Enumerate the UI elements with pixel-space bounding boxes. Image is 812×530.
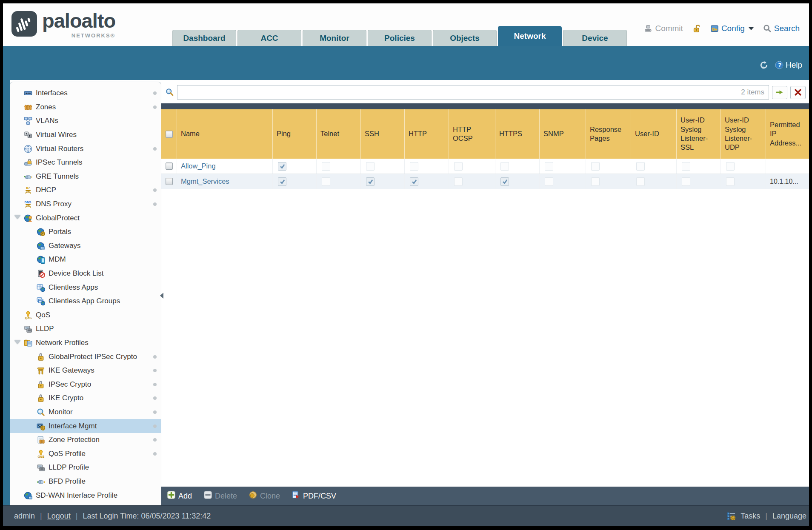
sidebar-item-lldp-profile[interactable]: LLDP Profile (10, 461, 161, 475)
service-checkbox-unchecked[interactable] (545, 162, 553, 171)
sidebar-item-ike-crypto[interactable]: IKE Crypto (10, 391, 161, 405)
service-checkbox-unchecked[interactable] (322, 162, 330, 171)
logout-link[interactable]: Logout (47, 512, 71, 521)
clear-filter-button[interactable] (790, 86, 806, 99)
sidebar-item-globalprotect-ipsec-crypto[interactable]: GlobalProtect IPSec Crypto (10, 350, 161, 364)
sidebar-item-ike-gateways[interactable]: IKE Gateways (10, 364, 161, 378)
column-header-http-ocsp[interactable]: HTTP OCSP (449, 109, 495, 159)
row-checkbox[interactable] (166, 162, 173, 170)
sidebar-item-clientless-app-groups[interactable]: Clientless App Groups (10, 294, 161, 308)
commit-button[interactable]: Commit (644, 24, 683, 33)
column-header-response-pages[interactable]: Response Pages (586, 109, 631, 159)
column-header-user-id[interactable]: User-ID (631, 109, 677, 159)
sidebar-item-gre-tunnels[interactable]: GRE Tunnels (10, 170, 161, 184)
language-button[interactable]: Language (772, 512, 806, 521)
service-checkbox-unchecked[interactable] (636, 162, 645, 171)
sidebar-item-dhcp[interactable]: IPDHCP (10, 183, 161, 197)
service-checkbox-checked[interactable] (278, 177, 286, 186)
column-header-name[interactable]: Name (177, 109, 273, 159)
tab-device[interactable]: Device (563, 30, 627, 46)
tab-policies[interactable]: Policies (368, 30, 432, 46)
expand-collapse-icon[interactable] (14, 340, 20, 344)
sidebar-item-zones[interactable]: Zones (10, 100, 161, 114)
apply-filter-button[interactable] (772, 86, 787, 99)
column-header-ping[interactable]: Ping (273, 109, 317, 159)
refresh-icon[interactable] (760, 61, 768, 69)
tasks-button[interactable]: Tasks (741, 512, 760, 521)
column-header-user-id-syslog-listener-ssl[interactable]: User-ID Syslog Listener-SSL (677, 109, 721, 159)
service-checkbox-unchecked[interactable] (726, 162, 735, 171)
service-checkbox-checked[interactable] (366, 177, 375, 186)
sidebar-item-mdm[interactable]: MDM (10, 253, 161, 267)
service-checkbox-checked[interactable] (410, 177, 418, 186)
row-checkbox[interactable] (166, 178, 173, 185)
sidebar-item-zone-protection[interactable]: Zone Protection (10, 433, 161, 447)
service-checkbox-unchecked[interactable] (366, 162, 375, 171)
service-checkbox-checked[interactable] (278, 162, 286, 171)
sidebar-item-interfaces[interactable]: Interfaces (10, 86, 161, 100)
search-button[interactable]: Search (763, 24, 800, 33)
sidebar-item-monitor[interactable]: Monitor (10, 405, 161, 419)
clone-button[interactable]: Clone (249, 491, 280, 501)
expand-collapse-icon[interactable] (14, 215, 20, 219)
filter-search-icon[interactable] (166, 88, 174, 97)
tab-network[interactable]: Network (498, 26, 562, 46)
sidebar-item-vlans[interactable]: VLANs (10, 114, 161, 128)
service-checkbox-unchecked[interactable] (591, 162, 600, 171)
sidebar-item-lldp[interactable]: LLDP (10, 322, 161, 336)
column-header-user-id-syslog-listener-udp[interactable]: User-ID Syslog Listener-UDP (721, 109, 766, 159)
sidebar-item-dns-proxy[interactable]: DNSDNS Proxy (10, 197, 161, 211)
service-checkbox-unchecked[interactable] (322, 177, 330, 186)
device-block-list-icon (37, 269, 45, 278)
service-checkbox-unchecked[interactable] (636, 177, 645, 186)
service-checkbox-unchecked[interactable] (591, 177, 600, 186)
column-header-telnet[interactable]: Telnet (317, 109, 361, 159)
tab-objects[interactable]: Objects (433, 30, 497, 46)
filter-search-input[interactable]: 2 items (177, 85, 769, 100)
service-checkbox-unchecked[interactable] (500, 162, 509, 171)
tab-monitor[interactable]: Monitor (303, 30, 366, 46)
service-checkbox-unchecked[interactable] (454, 177, 463, 186)
sidebar-item-gateways[interactable]: Gateways (10, 239, 161, 253)
column-header-snmp[interactable]: SNMP (540, 109, 586, 159)
profile-name-link[interactable]: Allow_Ping (181, 162, 216, 170)
tab-dashboard[interactable]: Dashboard (172, 30, 236, 46)
service-checkbox-checked[interactable] (500, 177, 509, 186)
sidebar-item-interface-mgmt[interactable]: Interface Mgmt (10, 419, 161, 433)
service-checkbox-unchecked[interactable] (410, 162, 418, 171)
tab-acc[interactable]: ACC (237, 30, 301, 46)
config-menu-button[interactable]: Config (710, 24, 754, 33)
sidebar-collapse-handle[interactable] (160, 293, 163, 299)
service-checkbox-unchecked[interactable] (545, 177, 553, 186)
column-header-http[interactable]: HTTP (405, 109, 449, 159)
profile-name-link[interactable]: Mgmt_Services (181, 177, 229, 185)
lock-icon[interactable] (692, 24, 701, 33)
sidebar-item-ipsec-tunnels[interactable]: IPSec Tunnels (10, 156, 161, 170)
pdf-csv-button[interactable]: PDF/CSV (292, 491, 336, 501)
qos-icon: QoS (24, 311, 32, 319)
sidebar-item-portals[interactable]: Portals (10, 225, 161, 239)
sidebar-item-qos-profile[interactable]: QoSQoS Profile (10, 447, 161, 461)
column-header-permitted-ip-address-[interactable]: Permitted IP Address... (766, 109, 809, 159)
column-header-ssh[interactable]: SSH (361, 109, 405, 159)
sidebar-item-ipsec-crypto[interactable]: IPSec Crypto (10, 377, 161, 391)
sidebar-item-clientless-apps[interactable]: Clientless Apps (10, 280, 161, 294)
sidebar-item-network-profiles[interactable]: Network Profiles (10, 336, 161, 350)
help-button[interactable]: ? Help (775, 60, 802, 70)
sidebar-item-virtual-wires[interactable]: Virtual Wires (10, 128, 161, 142)
sidebar-item-globalprotect[interactable]: GlobalProtect (10, 211, 161, 225)
add-button[interactable]: Add (167, 491, 192, 501)
service-checkbox-unchecked[interactable] (682, 162, 690, 171)
sidebar-item-device-block-list[interactable]: Device Block List (10, 267, 161, 281)
delete-button[interactable]: Delete (204, 491, 237, 501)
sidebar-item-virtual-routers[interactable]: Virtual Routers (10, 142, 161, 156)
column-header-https[interactable]: HTTPS (495, 109, 540, 159)
sidebar-item-bfd-profile[interactable]: BFD Profile (10, 475, 161, 489)
select-all-checkbox[interactable] (166, 131, 173, 138)
sidebar-item-qos[interactable]: QoSQoS (10, 308, 161, 322)
green-arrow-icon (775, 88, 784, 97)
service-checkbox-unchecked[interactable] (454, 162, 463, 171)
service-checkbox-unchecked[interactable] (682, 177, 690, 186)
service-checkbox-unchecked[interactable] (726, 177, 735, 186)
sidebar-item-sd-wan-interface-profile[interactable]: SD-WAN Interface Profile (10, 488, 161, 502)
